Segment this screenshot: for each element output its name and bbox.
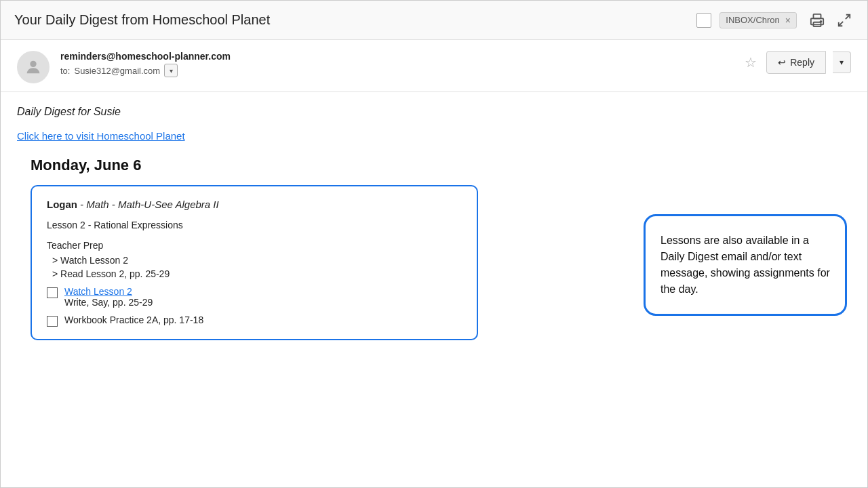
sender-email: reminders@homeschool-planner.com <box>60 51 742 62</box>
reply-arrow-icon: ↩ <box>778 57 786 68</box>
task-1-checkbox[interactable] <box>47 287 58 298</box>
student-name: Logan <box>47 199 77 210</box>
visit-homeschool-link[interactable]: Click here to visit Homeschool Planet <box>17 130 185 142</box>
subject-detail: - Math - Math-U-See Algebra II <box>80 199 219 210</box>
lesson-title: Lesson 2 - Rational Expressions <box>47 220 462 230</box>
sender-avatar <box>17 51 50 83</box>
sender-to-line: to: Susie312@gmail.com ▾ <box>60 64 742 77</box>
assignment-card: Logan - Math - Math-U-See Algebra II Les… <box>31 185 478 340</box>
reply-button[interactable]: ↩ Reply <box>766 51 826 74</box>
email-header: reminders@homeschool-planner.com to: Sus… <box>1 40 867 92</box>
reply-dropdown-button[interactable]: ▾ <box>833 52 851 73</box>
tab-close-button[interactable]: × <box>785 15 791 26</box>
reply-label: Reply <box>790 57 814 68</box>
student-task-2: Workbook Practice 2A, pp. 17-18 <box>47 314 462 327</box>
daily-digest-heading: Daily Digest for Susie <box>17 106 851 118</box>
expand-icon[interactable] <box>835 11 854 30</box>
svg-line-5 <box>839 21 843 25</box>
svg-line-4 <box>846 14 850 18</box>
tooltip-text: Lessons are also available in a Daily Di… <box>660 235 830 295</box>
student-subject-line: Logan - Math - Math-U-See Algebra II <box>47 199 462 210</box>
teacher-prep-item-1: > Watch Lesson 2 <box>52 255 462 266</box>
star-button[interactable]: ☆ <box>742 52 760 73</box>
print-icon[interactable] <box>808 11 827 30</box>
teacher-prep-watch: > Watch Lesson 2 <box>52 255 128 266</box>
tooltip-balloon: Lessons are also available in a Daily Di… <box>644 214 847 316</box>
svg-point-3 <box>821 20 822 22</box>
email-client: Your Daily Digest from Homeschool Planet… <box>0 0 868 488</box>
task-2-checkbox[interactable] <box>47 316 58 327</box>
email-body: Daily Digest for Susie Click here to vis… <box>1 92 867 487</box>
svg-rect-0 <box>814 14 821 18</box>
select-checkbox[interactable] <box>696 13 711 28</box>
task-2-content: Workbook Practice 2A, pp. 17-18 <box>64 314 203 325</box>
task-1-content: Watch Lesson 2 Write, Say, pp. 25-29 <box>64 286 153 308</box>
top-bar: Your Daily Digest from Homeschool Planet… <box>1 1 867 40</box>
task-1-sub: Write, Say, pp. 25-29 <box>64 297 153 308</box>
teacher-prep-item-2: > Read Lesson 2, pp. 25-29 <box>52 268 462 279</box>
task-2-main: Workbook Practice 2A, pp. 17-18 <box>64 314 203 325</box>
watch-lesson-link-1[interactable]: Watch Lesson 2 <box>64 286 153 297</box>
sender-info: reminders@homeschool-planner.com to: Sus… <box>60 51 742 77</box>
teacher-prep-read: > Read Lesson 2, pp. 25-29 <box>52 268 170 279</box>
to-label: to: <box>60 66 70 76</box>
email-actions: ☆ ↩ Reply ▾ <box>742 51 851 74</box>
date-heading: Monday, June 6 <box>31 157 851 174</box>
teacher-prep-label: Teacher Prep <box>47 240 462 251</box>
email-subject-title: Your Daily Digest from Homeschool Planet <box>14 12 696 28</box>
svg-point-6 <box>30 61 36 67</box>
inbox-tab[interactable]: INBOX/Chron × <box>719 12 797 28</box>
to-dropdown-button[interactable]: ▾ <box>164 64 178 77</box>
toolbar-icons <box>808 11 854 30</box>
tab-label: INBOX/Chron <box>726 15 779 25</box>
student-task-1: Watch Lesson 2 Write, Say, pp. 25-29 <box>47 286 462 308</box>
recipient-address: Susie312@gmail.com <box>74 66 160 76</box>
